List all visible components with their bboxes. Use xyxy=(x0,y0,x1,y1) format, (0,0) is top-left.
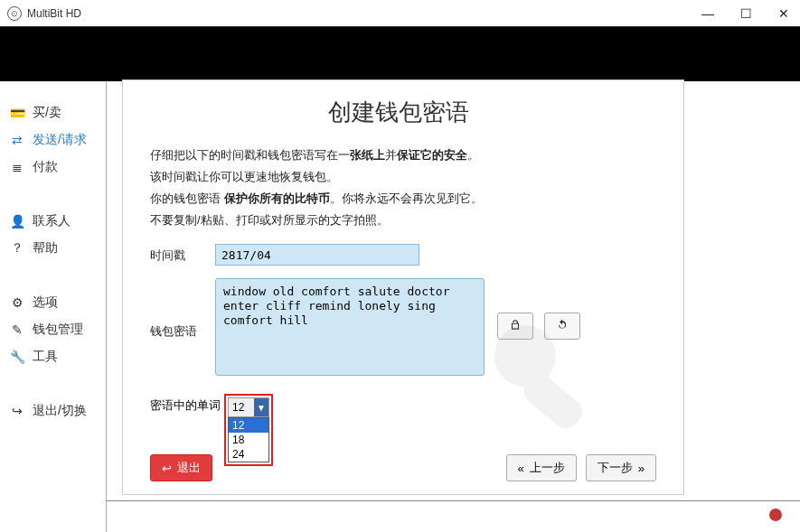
close-button[interactable]: ✕ xyxy=(775,6,793,21)
window-title: MultiBit HD xyxy=(27,7,81,20)
sidebar-item-8[interactable]: ↪退出/切换 xyxy=(0,397,106,425)
sidebar-item-1[interactable]: ⇄发送/请求 xyxy=(0,126,106,154)
seed-words-field[interactable]: window old comfort salute doctor enter c… xyxy=(215,278,485,376)
sidebar-item-5[interactable]: ⚙选项 xyxy=(0,289,106,316)
seed-label: 钱包密语 xyxy=(150,278,215,340)
sidebar-icon: ✎ xyxy=(9,322,25,337)
modal-title: 创建钱包密语 xyxy=(150,97,647,128)
wordcount-option-18[interactable]: 18 xyxy=(229,433,268,447)
sidebar-item-label: 钱包管理 xyxy=(33,322,83,338)
sidebar-icon: ？ xyxy=(9,240,25,257)
sidebar-icon: ⇄ xyxy=(9,133,25,147)
next-button[interactable]: 下一步 » xyxy=(586,454,656,481)
sidebar-icon: ↪ xyxy=(9,404,25,418)
previous-button[interactable]: « 上一步 xyxy=(506,454,577,481)
sidebar-icon: 🔧 xyxy=(9,350,25,364)
sidebar-item-label: 买/卖 xyxy=(33,105,61,121)
sidebar-item-0[interactable]: 💳买/卖 xyxy=(0,99,106,126)
sidebar-item-6[interactable]: ✎钱包管理 xyxy=(0,316,106,343)
wordcount-value: 12 xyxy=(232,401,244,414)
double-chevron-left-icon: « xyxy=(518,462,524,475)
sidebar-icon: ⚙ xyxy=(9,295,25,310)
previous-label: 上一步 xyxy=(530,460,565,476)
chevron-down-icon: ▼ xyxy=(254,398,268,416)
instruction-1: 仔细把以下的时间戳和钱包密语写在一张纸上并保证它的安全。 xyxy=(150,145,647,166)
sidebar-item-label: 帮助 xyxy=(33,240,58,257)
sidebar-item-label: 付款 xyxy=(33,159,58,175)
sidebar-item-3[interactable]: 👤联系人 xyxy=(0,208,106,235)
next-label: 下一步 xyxy=(598,460,633,476)
instruction-3: 你的钱包密语 保护你所有的比特币。你将永远不会再次见到它。 xyxy=(150,188,647,210)
app-icon: ⊙ xyxy=(7,6,22,21)
sidebar-icon: 👤 xyxy=(9,214,25,229)
minimize-button[interactable]: — xyxy=(699,6,717,21)
wrench-watermark-icon xyxy=(475,306,620,451)
sidebar-item-label: 选项 xyxy=(33,294,58,311)
wordcount-label: 密语中的单词 xyxy=(150,394,224,414)
wordcount-select[interactable]: 12 ▼ xyxy=(228,397,269,417)
timestamp-field[interactable] xyxy=(215,244,419,266)
exit-icon: ↩ xyxy=(162,462,172,475)
sidebar-item-label: 发送/请求 xyxy=(33,132,87,148)
instruction-4: 不要复制/粘贴、打印或对所显示的文字拍照。 xyxy=(150,210,647,231)
header-stripe xyxy=(0,27,800,81)
sidebar-icon: 💳 xyxy=(9,106,25,120)
instruction-2: 该时间戳让你可以更速地恢复钱包。 xyxy=(150,166,647,188)
sidebar-item-7[interactable]: 🔧工具 xyxy=(0,343,106,370)
create-seed-modal: 创建钱包密语 仔细把以下的时间戳和钱包密语写在一张纸上并保证它的安全。 该时间戳… xyxy=(122,79,684,495)
sidebar-item-2[interactable]: ≣付款 xyxy=(0,154,106,181)
timestamp-label: 时间戳 xyxy=(150,244,215,264)
double-chevron-right-icon: » xyxy=(638,462,645,475)
sidebar: 💳买/卖⇄发送/请求≣付款 👤联系人？帮助 ⚙选项✎钱包管理🔧工具 ↪退出/切换 xyxy=(0,81,107,532)
divider xyxy=(107,500,800,501)
sidebar-item-label: 工具 xyxy=(33,349,58,365)
exit-button[interactable]: ↩ 退出 xyxy=(150,454,212,481)
sidebar-item-label: 联系人 xyxy=(33,213,71,229)
titlebar: ⊙ MultiBit HD — ☐ ✕ xyxy=(0,0,800,27)
sidebar-icon: ≣ xyxy=(9,160,25,174)
exit-label: 退出 xyxy=(177,460,201,476)
wordcount-option-12[interactable]: 12 xyxy=(229,418,268,433)
status-indicator xyxy=(769,509,782,521)
sidebar-item-4[interactable]: ？帮助 xyxy=(0,235,106,262)
maximize-button[interactable]: ☐ xyxy=(737,6,755,21)
sidebar-item-label: 退出/切换 xyxy=(33,403,87,419)
